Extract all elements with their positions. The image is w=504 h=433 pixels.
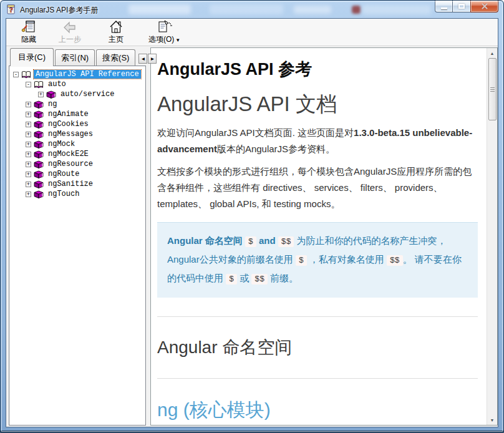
book-closed-icon	[34, 110, 44, 119]
namespace-callout: Angular 命名空间 $ and $$ 为防止和你的代码的名称产生冲突，An…	[157, 222, 478, 298]
pane-splitter[interactable]	[146, 46, 150, 427]
document-view: AngularJS API 参考 AngularJS API 文档 欢迎访问An…	[151, 48, 487, 425]
tree-item-label[interactable]: ngSanitize	[46, 180, 95, 188]
app-window: ? AngularJS API参考手册	[0, 0, 504, 433]
tree-item-ngtouch[interactable]: +ngTouch	[11, 189, 144, 199]
expand-toggle-icon[interactable]: +	[26, 132, 31, 137]
scroll-up-button[interactable]: ▲	[487, 48, 498, 58]
tree-item-label[interactable]: ngRoute	[46, 170, 81, 178]
tree-item-auto-service[interactable]: +auto/service	[11, 89, 144, 99]
expand-toggle-icon[interactable]: +	[26, 192, 31, 197]
expand-toggle-icon[interactable]: +	[26, 152, 31, 157]
back-button[interactable]: 上一步	[54, 19, 86, 46]
book-closed-icon	[34, 140, 44, 148]
modules-paragraph: 文档按多个模块的形式进行组织，每个模块包含AngularJS应用程序所需的包含各…	[157, 163, 478, 212]
tree-item-auto[interactable]: -auto	[11, 79, 144, 89]
tab-scroll-right-button[interactable]: ►	[148, 54, 157, 64]
expand-toggle-icon[interactable]: +	[26, 162, 31, 167]
tree-item-ngmessages[interactable]: +ngMessages	[11, 129, 144, 139]
tree-item-label[interactable]: ngAnimate	[46, 110, 90, 119]
navigation-tabs: 目录(C) 索引(N) 搜索(S) ◄ ►	[9, 49, 146, 66]
tree-item-label[interactable]: auto	[46, 80, 68, 89]
tree-item-label[interactable]: ngMockE2E	[46, 150, 90, 158]
book-closed-icon	[34, 160, 44, 168]
window-title: AngularJS API参考手册	[20, 5, 98, 16]
tree-item-angularjs-api-reference[interactable]: -AngularJS API Reference	[11, 69, 144, 79]
tab-contents[interactable]: 目录(C)	[10, 48, 54, 66]
hide-button[interactable]: 隐藏	[12, 19, 45, 46]
divider	[157, 316, 478, 317]
tree-item-label[interactable]: ngTouch	[46, 190, 81, 198]
collapse-toggle-icon[interactable]: -	[26, 82, 31, 87]
tree-item-label[interactable]: ngMessages	[46, 130, 95, 139]
background-window-blur	[210, 4, 283, 14]
scroll-down-button[interactable]: ▼	[487, 415, 498, 425]
expand-toggle-icon[interactable]: +	[26, 172, 31, 177]
tree-item-ngsanitize[interactable]: +ngSanitize	[11, 179, 144, 189]
background-window-blur	[294, 6, 331, 14]
options-button[interactable]: 选项(O)▼	[143, 19, 185, 46]
book-closed-icon	[34, 150, 44, 158]
window-controls	[435, 1, 498, 12]
book-closed-icon	[34, 180, 44, 188]
collapse-toggle-icon[interactable]: -	[13, 72, 19, 77]
ng-module-heading[interactable]: ng (核心模块)	[157, 397, 478, 423]
intro-paragraph: 欢迎访问AngularJS API文档页面. 这些页面是对1.3.0-beta.…	[157, 125, 478, 157]
tree-item-nganimate[interactable]: +ngAnimate	[11, 109, 144, 119]
tree-item-ngresource[interactable]: +ngResource	[11, 159, 144, 169]
titlebar[interactable]: ? AngularJS API参考手册	[1, 1, 503, 18]
back-arrow-icon	[62, 20, 77, 34]
toolbar: 隐藏 上一步 主页	[6, 19, 498, 46]
app-body: 隐藏 上一步 主页	[6, 18, 498, 427]
scrollbar-thumb[interactable]	[488, 58, 497, 120]
tree-item-label[interactable]: ngCookies	[46, 120, 90, 129]
home-icon	[109, 20, 124, 34]
home-button-label: 主页	[109, 34, 124, 45]
background-window-blur	[352, 6, 361, 14]
maximize-button[interactable]	[453, 1, 470, 12]
background-window-blur	[128, 4, 191, 14]
book-closed-icon	[34, 100, 44, 109]
book-closed-icon	[34, 120, 44, 129]
tree-item-label[interactable]: ng	[46, 100, 59, 109]
tree-item-ng[interactable]: +ng	[11, 99, 144, 109]
tree-item-label[interactable]: auto/service	[59, 90, 116, 99]
tab-search[interactable]: 搜索(S)	[96, 49, 135, 66]
namespace-section-title: Angular 命名空间	[157, 336, 478, 359]
tree-item-ngcookies[interactable]: +ngCookies	[11, 119, 144, 129]
contents-tree: -AngularJS API Reference-auto+auto/servi…	[9, 66, 146, 426]
expand-toggle-icon[interactable]: +	[26, 182, 31, 187]
dropdown-caret-icon: ▼	[175, 37, 180, 43]
tree-item-label[interactable]: ngResource	[46, 160, 95, 168]
book-open-icon	[34, 80, 44, 89]
options-button-label: 选项(O)▼	[148, 34, 180, 45]
doc-subtitle: AngularJS API 文档	[157, 90, 478, 119]
expand-toggle-icon[interactable]: +	[26, 102, 31, 107]
tab-index[interactable]: 索引(N)	[55, 49, 95, 66]
content-scrollbar[interactable]: ▲ ▼	[487, 48, 497, 425]
tree-item-label[interactable]: AngularJS API Reference	[34, 70, 141, 79]
expand-toggle-icon[interactable]: +	[38, 92, 44, 97]
tree-item-ngmock[interactable]: +ngMock	[11, 139, 144, 149]
minimize-icon	[441, 7, 447, 9]
tree-item-ngroute[interactable]: +ngRoute	[11, 169, 144, 179]
tree-item-label[interactable]: ngMock	[46, 140, 77, 148]
expand-toggle-icon[interactable]: +	[26, 142, 31, 147]
divider	[157, 378, 478, 379]
tree-item-ngmocke2e[interactable]: +ngMockE2E	[11, 149, 144, 159]
tab-scroll-left-button[interactable]: ◄	[138, 54, 147, 64]
expand-toggle-icon[interactable]: +	[26, 122, 31, 127]
book-open-icon	[21, 71, 31, 79]
minimize-button[interactable]	[435, 1, 453, 12]
window-bottom-edge	[1, 431, 503, 432]
expand-toggle-icon[interactable]: +	[26, 112, 31, 117]
book-closed-icon	[34, 130, 44, 139]
scrollbar-grip-icon	[490, 87, 495, 92]
book-closed-icon	[34, 170, 44, 178]
hide-panel-icon	[21, 20, 36, 34]
page-title: AngularJS API 参考	[157, 58, 478, 80]
hide-button-label: 隐藏	[21, 34, 36, 45]
close-button[interactable]	[470, 1, 498, 12]
options-icon	[157, 20, 173, 34]
home-button[interactable]: 主页	[100, 19, 132, 46]
